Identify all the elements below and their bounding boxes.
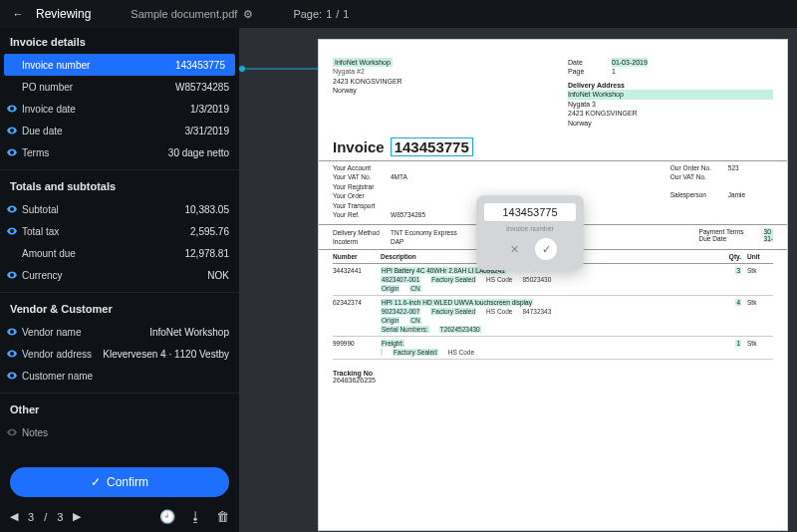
invoice-number-highlight[interactable]: 143453775 — [391, 137, 473, 156]
document-viewer[interactable]: InfoNet Workshop Nygata #2 2423 KONGSVIN… — [239, 28, 797, 532]
field-invoice-date[interactable]: Invoice date 1/3/2019 — [0, 98, 239, 120]
field-customer-name[interactable]: Customer name — [0, 365, 239, 387]
document-name: Sample document.pdf — [131, 8, 237, 20]
pager-next-icon[interactable]: ▶ — [73, 510, 81, 523]
field-po-number[interactable]: PO number W85734285 — [0, 76, 239, 98]
popover-value[interactable]: 143453775 — [484, 203, 576, 221]
field-vendor-address[interactable]: Vendor address Klevervesen 4 · 1120 Vest… — [0, 343, 239, 365]
eye-icon[interactable] — [6, 225, 18, 237]
field-amount-due[interactable]: Amount due 12,978.81 — [0, 242, 239, 264]
confirm-button[interactable]: ✓ Confirm — [10, 467, 229, 497]
inv-date: 01-03-2019 — [612, 58, 648, 67]
field-popover: 143453775 Invoice number ✕ ✓ — [476, 195, 584, 270]
page-current: 1 — [326, 8, 332, 20]
field-total-tax[interactable]: Total tax 2,595.76 — [0, 220, 239, 242]
download-icon[interactable]: ⭳ — [189, 509, 202, 524]
clock-icon[interactable]: 🕘 — [159, 509, 175, 524]
main: Invoice details Invoice number 143453775… — [0, 28, 797, 532]
section-totals: Totals and subtotals — [0, 172, 239, 198]
pager-sep: / — [44, 511, 47, 523]
eye-icon[interactable] — [6, 370, 18, 382]
popover-confirm-button[interactable]: ✓ — [535, 238, 557, 260]
company-city: 2423 KONGSVINGER — [333, 77, 538, 86]
popover-cancel-button[interactable]: ✕ — [503, 238, 525, 260]
page-label: Page: — [293, 8, 322, 20]
eye-icon[interactable] — [6, 326, 18, 338]
extraction-panel: Invoice details Invoice number 143453775… — [0, 28, 239, 532]
trash-icon[interactable]: 🗑 — [216, 509, 229, 524]
eye-icon[interactable] — [6, 426, 18, 438]
document-pager: ◀ 3 / 3 ▶ 🕘 ⭳ 🗑 — [0, 503, 239, 532]
page-mode-title: Reviewing — [36, 7, 91, 21]
field-subtotal[interactable]: Subtotal 10,383.05 — [0, 198, 239, 220]
eye-icon[interactable] — [6, 269, 18, 281]
section-other: Other — [0, 396, 239, 421]
company-country: Norway — [333, 86, 538, 95]
pager-prev-icon[interactable]: ◀ — [10, 510, 18, 523]
page-sep: / — [336, 8, 339, 20]
field-currency[interactable]: Currency NOK — [0, 264, 239, 286]
section-invoice-details: Invoice details — [0, 28, 239, 54]
section-vendor-customer: Vendor & Customer — [0, 295, 239, 321]
table-row: 62342374HPI 11.6-inch HD WLED UWVA touch… — [333, 296, 773, 337]
back-icon[interactable]: ← — [10, 8, 26, 20]
company-name: InfoNet Workshop — [333, 58, 393, 67]
eye-icon[interactable] — [6, 203, 18, 215]
field-due-date[interactable]: Due date 3/31/2019 — [0, 120, 239, 141]
check-icon: ✓ — [91, 475, 101, 489]
table-row: 999990Freight:Factory SealedHS Code1Stk — [333, 337, 773, 360]
page-total: 1 — [343, 8, 349, 20]
eye-icon[interactable] — [6, 146, 18, 158]
pager-total: 3 — [57, 511, 63, 523]
field-invoice-number[interactable]: Invoice number 143453775 — [4, 54, 235, 76]
field-terms[interactable]: Terms 30 dage netto — [0, 141, 239, 163]
invoice-title: Invoice — [333, 138, 385, 155]
popover-label: Invoice number — [484, 225, 576, 232]
document-page: InfoNet Workshop Nygata #2 2423 KONGSVIN… — [319, 40, 787, 530]
gear-icon[interactable]: ⚙ — [243, 8, 253, 21]
svg-point-0 — [239, 66, 245, 72]
topbar: ← Reviewing Sample document.pdf ⚙ Page: … — [0, 0, 797, 28]
field-notes[interactable]: Notes — [0, 421, 239, 443]
eye-icon[interactable] — [6, 125, 18, 136]
eye-icon[interactable] — [6, 348, 18, 360]
eye-icon[interactable] — [6, 103, 18, 115]
pager-current: 3 — [28, 511, 34, 523]
field-vendor-name[interactable]: Vendor name InfoNet Workshop — [0, 321, 239, 343]
confirm-label: Confirm — [107, 475, 148, 489]
